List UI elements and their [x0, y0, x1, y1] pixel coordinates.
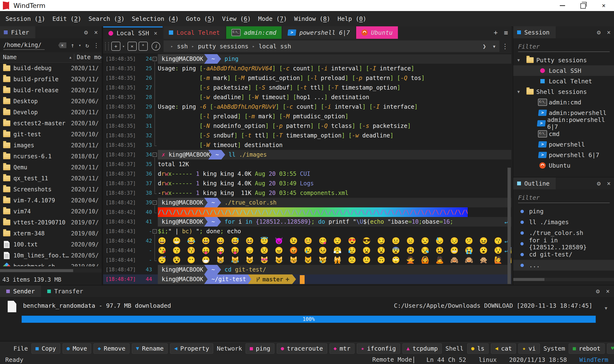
breadcrumb-ssh[interactable]: ssh [177, 43, 188, 50]
status-os[interactable]: linux [478, 356, 496, 363]
mtr-button[interactable]: ◆mtr [330, 343, 354, 354]
history-dropdown-icon[interactable]: ▾ [492, 43, 496, 50]
file-row-git-test[interactable]: git-test2020/10/ [0, 129, 102, 140]
outline-settings-icon[interactable]: ⚙ [597, 180, 601, 187]
file-row-vim74[interactable]: vim742020/10/ [0, 206, 102, 217]
remove-button[interactable]: ◆Remove [94, 343, 129, 354]
terminal-vscrollbar-thumb[interactable] [507, 168, 511, 284]
tab-local-ssh[interactable]: Local SSH× [103, 26, 163, 39]
file-row-images[interactable]: images2020/11/ [0, 140, 102, 151]
file-row-develop[interactable]: Develop2020/11/ [0, 107, 102, 118]
fold-marker[interactable]: - [152, 227, 158, 236]
filer-tab[interactable]: Filer [0, 26, 35, 38]
status-datetime[interactable]: 2020/11/13 18:58 [509, 356, 567, 363]
outline-item-ping[interactable]: ping [513, 206, 614, 217]
info-icon[interactable]: i [152, 42, 160, 51]
menu-help[interactable]: Help (0) [334, 15, 370, 22]
restore-button[interactable] [573, 0, 593, 11]
crontab-button[interactable]: ♥crontab [607, 343, 614, 354]
session-item-local-telnet[interactable]: Local Telnet [513, 76, 614, 86]
fold-marker[interactable]: - [152, 150, 158, 159]
breadcrumb-local-ssh[interactable]: local ssh [259, 43, 291, 50]
filer-more-icon[interactable]: ⋮ [93, 42, 99, 49]
cat-button[interactable]: ◀cat [491, 343, 516, 354]
ping-button[interactable]: ■ping [246, 343, 274, 354]
menu-window[interactable]: Window (8) [291, 15, 334, 22]
session-item-ubuntu[interactable]: Ubuntu [513, 160, 614, 171]
breadcrumb-putty-sessions[interactable]: putty sessions [198, 43, 249, 50]
outline-item-ll-images[interactable]: ll ./images [513, 217, 614, 228]
new-session-icon[interactable]: + [111, 42, 120, 51]
toolbar-grip-handle[interactable] [105, 42, 109, 50]
outline-tab[interactable]: Outline [513, 177, 556, 189]
file-row-screenshots[interactable]: Screenshots2020/11/ [0, 184, 102, 195]
menu-mode[interactable]: Mode (7) [254, 15, 291, 22]
run-chevron-icon[interactable]: ❯ [483, 43, 486, 50]
file-row-desktop[interactable]: Desktop2020/06/ [0, 96, 102, 107]
outline-hscrollbar[interactable] [513, 278, 614, 281]
menu-session[interactable]: Session (1) [2, 15, 49, 22]
transfer-tab-sender[interactable]: Sender [0, 286, 41, 297]
transfer-dropdown-icon[interactable]: ▼ [605, 306, 607, 311]
session-item-putty-sessions[interactable]: ▼Putty sessions [513, 55, 614, 65]
reboot-button[interactable]: ■reboot [569, 343, 605, 354]
toolbar-more-icon[interactable]: ⋮ [502, 42, 508, 50]
minimize-button[interactable] [552, 0, 573, 11]
filer-hscrollbar-thumb[interactable] [0, 269, 73, 272]
session-tab[interactable]: Session [513, 26, 556, 38]
file-row-xterm-348[interactable]: xterm-3482019/08/ [0, 228, 102, 239]
terminal-vscrollbar[interactable] [507, 54, 511, 284]
menu-search[interactable]: Search (3) [85, 15, 128, 22]
file-row-build-profile[interactable]: build-profile2020/11/ [0, 74, 102, 85]
copy-button[interactable]: ■Copy [31, 343, 60, 354]
session-item-local-ssh[interactable]: Local SSH [513, 65, 614, 76]
column-name[interactable]: Name ▲ [0, 54, 74, 61]
file-row-qemu[interactable]: Qemu2020/11/ [0, 162, 102, 173]
session-item-shell-sessions[interactable]: ▼Shell sessions [513, 86, 614, 97]
property-button[interactable]: ◀Property [170, 343, 213, 354]
session-filter-input[interactable] [518, 42, 610, 52]
session-item-admin-cmd[interactable]: C:\_admin:cmd [513, 97, 614, 107]
filer-settings-icon[interactable]: ⚙ [84, 29, 88, 36]
outline-item-ellipsis[interactable]: ... [513, 260, 614, 271]
clear-path-icon[interactable]: × [58, 42, 67, 48]
session-item-powershell[interactable]: >powershell [513, 139, 614, 150]
tree-caret-icon[interactable]: ▼ [513, 89, 524, 94]
detach-session-icon[interactable]: ° [139, 42, 148, 51]
file-row-10m-lines-foo-t[interactable]: 10m_lines_foo.t…2020/05/ [0, 250, 102, 261]
fold-collapse-icon[interactable]: - [153, 200, 157, 205]
transfer-close-icon[interactable]: × [606, 288, 610, 295]
transfer-settings-icon[interactable]: ⚙ [596, 288, 600, 295]
vi-button[interactable]: ★vi [518, 343, 540, 354]
file-row-build-debug[interactable]: build-debug2020/11/ [0, 63, 102, 74]
session-settings-icon[interactable]: ⚙ [597, 29, 601, 36]
up-directory-icon[interactable]: ↑ [71, 42, 74, 49]
tab-local-telnet[interactable]: Local Telnet [164, 26, 225, 39]
tcpdump-button[interactable]: ▲tcpdump [403, 343, 442, 354]
file-row-build-release[interactable]: build-release2020/11/ [0, 85, 102, 96]
session-close-icon[interactable]: × [607, 29, 611, 36]
fold-marker[interactable]: - [152, 54, 158, 64]
file-row-vim-7-4-1079[interactable]: vim-7.4.10792020/04/ [0, 195, 102, 206]
add-tab-icon[interactable]: + [494, 29, 498, 37]
file-row-qx-test-11[interactable]: qx_test_112020/11/ [0, 173, 102, 184]
tab-list-icon[interactable]: ≡ [504, 29, 508, 37]
fold-collapse-icon[interactable]: - [153, 153, 157, 157]
outline-hscrollbar-thumb[interactable] [513, 278, 544, 281]
new-session-dropdown-icon[interactable]: ▾ [122, 44, 125, 49]
filer-close-icon[interactable]: × [94, 29, 98, 36]
fold-collapse-icon[interactable]: - [153, 229, 157, 234]
file-row-vttest-20190710[interactable]: vttest-201907102019/07/ [0, 217, 102, 228]
tree-caret-icon[interactable]: ▼ [513, 58, 524, 63]
fold-collapse-icon[interactable]: - [153, 57, 157, 61]
close-session-icon[interactable]: × [128, 42, 137, 51]
move-button[interactable]: ●Move [63, 343, 91, 354]
ifconfig-button[interactable]: ★ifconfig [357, 343, 400, 354]
rename-button[interactable]: ▼Rename [132, 343, 168, 354]
path-dropdown-icon[interactable]: ▾ [79, 43, 81, 48]
path-input[interactable] [3, 41, 45, 50]
tab-powershell-6-7[interactable]: >powershell 6|7 [282, 26, 355, 39]
status-mode[interactable]: Remote Mode [372, 356, 414, 363]
menu-edit[interactable]: Edit (2) [49, 15, 85, 22]
fold-marker[interactable]: - [152, 198, 158, 207]
